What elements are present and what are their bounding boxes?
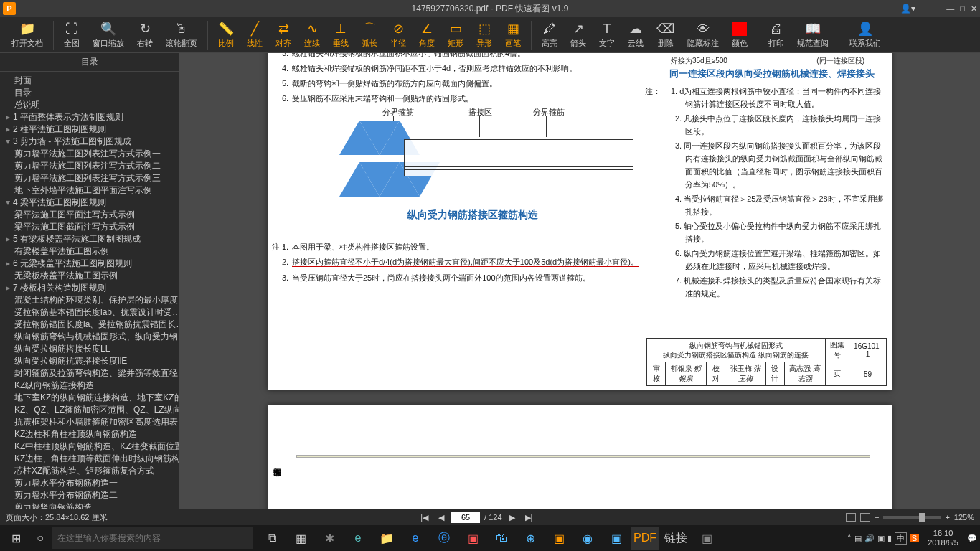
toc-item[interactable]: ▸6 无梁楼盖平法施工图制图规则 (0, 258, 179, 270)
toc-item[interactable]: 地下室外墙平法施工图平面注写示例 (0, 184, 179, 197)
toc-item[interactable]: ▾3 剪力墙 - 平法施工图制图规成 (0, 136, 179, 148)
folder-icon[interactable]: 📁 (373, 527, 400, 550)
page-number-input[interactable] (451, 512, 480, 523)
view-double-icon[interactable] (860, 513, 870, 522)
toc-item[interactable]: 剪力墙平法施工图列表注写方式示例二 (0, 160, 179, 172)
toc-item[interactable]: 抗震框架柱和小墙肢箍筋加密区高度选用表 (0, 416, 179, 428)
toc-item[interactable]: KZ中柱柱顶纵向钢筋构造、KZ柱变截面位置… (0, 441, 179, 453)
tool-滚轮翻页[interactable]: 🖱滚轮翻页 (160, 19, 203, 50)
ime-indicator[interactable]: 中 (895, 532, 907, 545)
tool-矩形[interactable]: ▭矩形 (442, 19, 469, 50)
edge-icon[interactable]: e (344, 527, 372, 550)
toc-item[interactable]: 剪力墙平法施工图列表注写方式示例一 (0, 148, 179, 160)
tool-窗口缩放[interactable]: 🔍窗口缩放 (87, 19, 130, 50)
taskbar-app-icon[interactable]: ▦ (287, 527, 314, 550)
toc-item[interactable]: 地下室KZ的纵向钢筋连接构造、地下室KZ的… (0, 392, 179, 404)
toc-item[interactable]: 受拉钢筋基本锚固长度lab、抗震设计时受… (0, 306, 179, 319)
maximize-button[interactable]: □ (960, 4, 965, 14)
toc-item[interactable]: 芯柱XZ配筋构造、矩形箍筋复合方式 (0, 465, 179, 477)
tool-半径[interactable]: ⊘半径 (385, 19, 412, 50)
tool-打印[interactable]: 🖨打印 (763, 19, 790, 50)
toc-item[interactable]: 有梁楼盖平法施工图示例 (0, 245, 179, 258)
close-button[interactable]: ✕ (971, 4, 977, 14)
toc-item[interactable]: 目录 (0, 87, 179, 99)
toc-item[interactable]: ▸1 平面整体表示方法制图规则 (0, 111, 179, 123)
toc-item[interactable]: 封面 (0, 75, 179, 87)
tool-文字[interactable]: T文字 (593, 19, 621, 50)
task-view-icon[interactable]: ⧉ (258, 527, 286, 550)
first-page-button[interactable]: |◀ (418, 513, 431, 522)
toc-item[interactable]: ▸2 柱平法施工图制图规则 (0, 123, 179, 136)
notifications-icon[interactable]: 💬 (967, 534, 977, 543)
next-page-button[interactable]: ▶ (507, 513, 518, 522)
taskbar-app-icon[interactable]: PDF (631, 527, 659, 550)
toc-item[interactable]: 纵向钢筋弯钩与机械锚固形式、纵向受力钢… (0, 331, 179, 343)
tool-云线[interactable]: ☁云线 (622, 19, 649, 50)
toc-item[interactable]: 无梁板楼盖平法施工图示例 (0, 270, 179, 282)
taskbar-app-icon[interactable]: ▣ (693, 527, 720, 550)
tool-角度[interactable]: ∠角度 (413, 19, 440, 50)
taskbar-app-icon[interactable]: ✱ (316, 527, 343, 550)
tool-画笔[interactable]: ▦画笔 (499, 19, 527, 50)
tool-异形[interactable]: ⬚异形 (471, 19, 498, 50)
toc-item[interactable]: ▸5 有梁板楼盖平法施工图制图规成 (0, 233, 179, 245)
zoom-out-button[interactable]: − (875, 513, 879, 522)
toc-item[interactable]: 总说明 (0, 99, 179, 111)
tool-颜色[interactable]: 颜色 (726, 19, 753, 50)
volume-icon[interactable]: 🔊 (864, 534, 875, 543)
tool-删除[interactable]: ⌫删除 (651, 19, 680, 50)
tool-垂线[interactable]: ⊥垂线 (327, 19, 354, 50)
tool-弧长[interactable]: ⌒弧长 (356, 19, 383, 50)
last-page-button[interactable]: ▶| (522, 513, 536, 522)
taskbar-app-icon[interactable]: ▣ (603, 527, 630, 550)
toc-item[interactable]: 受拉钢筋锚固长度la、受拉钢筋抗震锚固长… (0, 319, 179, 331)
taskbar-app-icon[interactable]: ⊕ (517, 527, 544, 550)
zoom-slider[interactable] (883, 516, 941, 519)
battery-icon[interactable]: ▮ (887, 534, 892, 543)
toc-item[interactable]: KZ、QZ、LZ箍筋加密区范围、QZ、LZ纵向钢… (0, 404, 179, 416)
toc-item[interactable]: ▸7 楼板相关构造制图规则 (0, 282, 179, 294)
taskbar-label[interactable]: 链接 (660, 527, 692, 550)
toc-item[interactable]: KZ边柱、角柱柱顶等截面伸出时纵向钢筋构… (0, 453, 179, 465)
toc-item[interactable]: 纵向受拉钢筋抗震搭接长度llE (0, 355, 179, 367)
toc-item[interactable]: KZ边柱和角柱柱顶纵向钢筋构造 (0, 428, 179, 441)
tool-打开文档[interactable]: 📁打开文档 (6, 19, 49, 50)
ie-icon[interactable]: ⓔ (430, 527, 458, 550)
toc-item[interactable]: 梁平法施工图截面注写方式示例 (0, 221, 179, 233)
tool-连续[interactable]: ∿连续 (298, 19, 326, 50)
toc-item[interactable]: 剪力墙竖向钢筋构造一 (0, 501, 179, 509)
start-button[interactable]: ⊞ (3, 527, 29, 550)
view-single-icon[interactable] (846, 513, 856, 522)
tool-规范查阅[interactable]: 📖规范查阅 (791, 19, 834, 50)
cortana-icon[interactable]: ○ (29, 532, 52, 545)
tool-对齐[interactable]: ⇄对齐 (270, 19, 297, 50)
toc-item[interactable]: 混凝土结构的环境类别、保护层的最小厚度 (0, 294, 179, 306)
tool-隐藏标注[interactable]: 👁隐藏标注 (682, 19, 725, 50)
document-viewport[interactable]: 3.螺栓锚头和焊接钢板的承压面积不应小于锚固钢筋截面面积的4倍。 4.螺栓锚头和… (179, 53, 980, 509)
zoom-in-button[interactable]: + (945, 513, 949, 522)
taskbar-search[interactable] (52, 527, 253, 549)
taskbar-app-icon[interactable]: ◉ (574, 527, 601, 550)
tool-比例[interactable]: 📏比例 (212, 19, 240, 50)
tool-线性[interactable]: ╱线性 (241, 19, 268, 50)
taskbar-app-icon[interactable]: ▣ (459, 527, 486, 550)
minimize-button[interactable]: — (946, 4, 954, 14)
toc-item[interactable]: KZ纵向钢筋连接构造 (0, 380, 179, 392)
tray-icon[interactable]: ▤ (854, 534, 862, 543)
toc-item[interactable]: 梁平法施工图平面注写方式示例 (0, 209, 179, 221)
prev-page-button[interactable]: ◀ (435, 513, 447, 522)
toc-item[interactable]: 纵向受拉钢筋搭接长度LL (0, 343, 179, 355)
store-icon[interactable]: 🛍 (488, 527, 515, 550)
tool-箭头[interactable]: ↗箭头 (565, 19, 592, 50)
taskbar-app-icon[interactable]: ▣ (545, 527, 573, 550)
toc-item[interactable]: ▾4 梁平法施工图制图规则 (0, 197, 179, 209)
tray-icon[interactable]: ▣ (877, 534, 885, 543)
user-menu-icon[interactable]: 👤▾ (900, 4, 915, 14)
ime-icon[interactable]: S (910, 534, 919, 542)
tool-高亮[interactable]: 🖍高亮 (536, 19, 563, 50)
tool-联系我们[interactable]: 👤联系我们 (844, 19, 887, 50)
toc-item[interactable]: 封闭箍筋及拉筋弯钩构造、梁并筋等效直径… (0, 367, 179, 380)
tool-右转[interactable]: ↻右转 (131, 19, 159, 50)
tray-up-icon[interactable]: ˄ (847, 534, 852, 543)
edge-icon[interactable]: e (402, 527, 429, 550)
